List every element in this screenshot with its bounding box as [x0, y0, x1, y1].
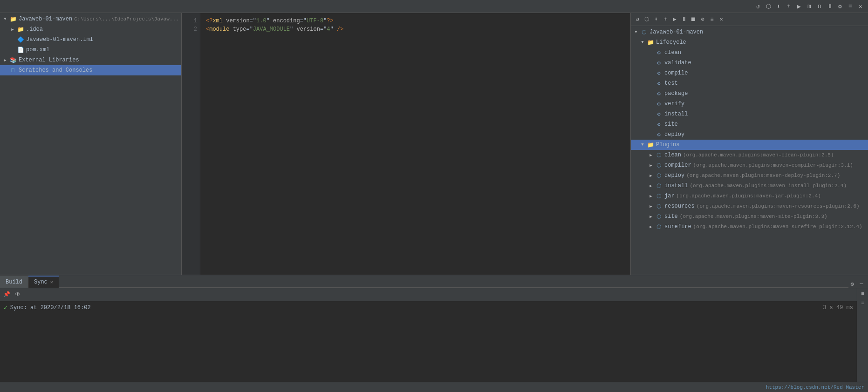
maven-plugin-deploy-detail: (org.apache.maven.plugins:maven-deploy-p…	[686, 173, 840, 178]
refresh-icon[interactable]: ↺	[754, 3, 762, 10]
status-url[interactable]: https://blog.csdn.net/Red_Master	[766, 385, 864, 390]
maven-plugin-jar-name: jar	[664, 193, 675, 199]
status-bar: https://blog.csdn.net/Red_Master	[0, 382, 868, 392]
tab-build[interactable]: Build	[0, 276, 28, 288]
maven-run-icon[interactable]: ▶	[671, 16, 678, 23]
maven-arrow-plugin-jar: ▶	[648, 193, 654, 199]
tab-spacer	[59, 287, 848, 288]
tree-item-scratches[interactable]: ▶ 🗒 Scratches and Consoles	[0, 65, 181, 75]
maven-item-deploy[interactable]: ▶ ⚙ deploy	[631, 129, 868, 140]
tree-item-idea[interactable]: ▶ 📁 .idea	[0, 24, 181, 34]
xml-punct-open: <?	[206, 18, 212, 24]
maven-plugin-jar-icon: ⬡	[655, 192, 663, 200]
maven-plugins-icon: 📁	[647, 141, 654, 149]
maven-item-compile[interactable]: ▶ ⚙ compile	[631, 68, 868, 78]
side-icon-1[interactable]: ≡	[859, 290, 867, 297]
xml-val-encoding: UTF-8	[307, 18, 323, 24]
debug-icon[interactable]: ⏸	[826, 3, 834, 10]
maven-item-package[interactable]: ▶ ⚙ package	[631, 88, 868, 99]
maven-plugin-clean-detail: (org.apache.maven.plugins:maven-clean-pl…	[683, 152, 834, 158]
maven-item-root[interactable]: ▼ ⬡ Javaweb-01-maven	[631, 27, 868, 37]
eye-icon[interactable]: 👁	[14, 291, 21, 298]
tree-item-javaweb[interactable]: ▼ 📁 Javaweb-01-maven C:\Users\...\IdeaPr…	[0, 14, 181, 24]
maven-item-plugin-surefire[interactable]: ▶ ⬡ surefire (org.apache.maven.plugins:m…	[631, 222, 868, 232]
maven-item-validate[interactable]: ▶ ⚙ validate	[631, 58, 868, 68]
maven-plugin-site-detail: (org.apache.maven.plugins:maven-site-plu…	[680, 214, 827, 219]
maven-download-icon[interactable]: ⬇	[652, 16, 660, 23]
maven-plugin-resources-icon: ⬡	[655, 203, 663, 210]
maven-item-plugin-jar[interactable]: ▶ ⬡ jar (org.apache.maven.plugins:maven-…	[631, 191, 868, 201]
tree-item-extlibs[interactable]: ▶ 📚 External Libraries	[0, 55, 181, 65]
maven-site-label: site	[664, 121, 678, 128]
top-toolbar: ↺ ⬡ ⬇ + ▶ m n ⏸ ⚙ ≡ ✕	[0, 0, 868, 13]
maven-test-icon: ⚙	[655, 80, 663, 87]
bottom-split: 📌 👁 ✓ Sync: at 2020/2/18 16:02 3 s 49 ms…	[0, 288, 868, 382]
maven-add-icon[interactable]: +	[662, 16, 669, 23]
xml-eq-8: "	[330, 26, 337, 33]
maven-collapse-icon[interactable]: ≡	[708, 16, 716, 23]
iml-icon: 🔷	[17, 36, 24, 43]
download-icon[interactable]: ⬇	[775, 3, 782, 10]
tree-path-javaweb: C:\Users\...\IdeaProjects\Javaw...	[74, 16, 178, 22]
stop-icon[interactable]: n	[816, 3, 823, 10]
maven-item-plugin-install[interactable]: ▶ ⬡ install (org.apache.maven.plugins:ma…	[631, 181, 868, 191]
bottom-panel: Build Sync ✕ ⚙ — 📌 👁 ✓ Sync: at 2020/2/1…	[0, 275, 868, 382]
maven-item-verify[interactable]: ▶ ⚙ verify	[631, 99, 868, 109]
arrow-idea: ▶	[9, 26, 16, 33]
settings-icon[interactable]: ⚙	[836, 3, 844, 10]
maven-verify-icon: ⚙	[655, 100, 663, 108]
tab-build-label: Build	[6, 279, 22, 285]
code-content[interactable]: <?xml version="1.0" encoding="UTF-8"?> <…	[200, 13, 630, 275]
maven-item-lifecycle[interactable]: ▼ 📁 Lifecycle	[631, 37, 868, 47]
add-icon[interactable]: +	[785, 3, 793, 10]
tab-sync-close[interactable]: ✕	[50, 279, 53, 285]
maven-item-plugin-deploy[interactable]: ▶ ⬡ deploy (org.apache.maven.plugins:mav…	[631, 170, 868, 181]
maven-deploy-label: deploy	[664, 131, 684, 138]
maven-tree: ▼ ⬡ Javaweb-01-maven ▼ 📁 Lifecycle ▶ ⚙ c…	[631, 26, 868, 275]
maven-root-label: Javaweb-01-maven	[649, 29, 703, 35]
maven-item-clean[interactable]: ▶ ⚙ clean	[631, 47, 868, 58]
maven-settings-icon[interactable]: ⚙	[699, 16, 706, 23]
xml-icon: 📄	[17, 46, 24, 54]
xml-self-close: />	[337, 26, 343, 33]
bottom-action-bar: 📌 👁	[0, 288, 857, 301]
xml-val-type: JAVA_MODULE	[253, 26, 290, 33]
maven-close-icon[interactable]: ✕	[718, 16, 725, 23]
maven-plugin-compiler-icon: ⬡	[655, 162, 663, 169]
maven-arrow-plugin-clean: ▶	[648, 152, 654, 158]
side-icon-2[interactable]: ≡	[859, 299, 867, 307]
maven-item-test[interactable]: ▶ ⚙ test	[631, 78, 868, 88]
maven-item-install[interactable]: ▶ ⚙ install	[631, 109, 868, 119]
xml-space-1	[229, 26, 232, 33]
libraries-icon: 📚	[9, 56, 17, 64]
maven-plugin-resources-detail: (org.apache.maven.plugins:maven-resource…	[697, 203, 860, 209]
maven-item-plugin-site[interactable]: ▶ ⬡ site (org.apache.maven.plugins:maven…	[631, 211, 868, 222]
maven-item-plugin-resources[interactable]: ▶ ⬡ resources (org.apache.maven.plugins:…	[631, 201, 868, 211]
close-toolbar-icon[interactable]: ✕	[857, 3, 864, 10]
maven-root-icon: ⬡	[640, 28, 648, 36]
settings-bottom-icon[interactable]: ⚙	[848, 280, 856, 288]
pin-icon[interactable]: 📌	[3, 291, 10, 298]
maven-stop-icon[interactable]: ⏹	[690, 16, 697, 23]
maven-icon[interactable]: ⬡	[765, 3, 772, 10]
run-icon[interactable]: ▶	[795, 3, 803, 10]
main-area: ▼ 📁 Javaweb-01-maven C:\Users\...\IdeaPr…	[0, 13, 868, 275]
sync-duration: 3 s 49 ms	[823, 304, 853, 311]
tree-item-pom[interactable]: ▶ 📄 pom.xml	[0, 45, 181, 55]
maven-hex-icon[interactable]: ⬡	[643, 16, 650, 23]
sidebar: ▼ 📁 Javaweb-01-maven C:\Users\...\IdeaPr…	[0, 13, 182, 275]
collapse-icon[interactable]: ≡	[847, 3, 854, 10]
maven-item-plugin-clean[interactable]: ▶ ⬡ clean (org.apache.maven.plugins:mave…	[631, 150, 868, 160]
folder-icon-javaweb: 📁	[9, 15, 17, 23]
maven-pause-icon[interactable]: ⏸	[680, 16, 688, 23]
minimize-bottom-icon[interactable]: —	[858, 280, 865, 288]
maven-arrow-plugin-deploy: ▶	[648, 172, 654, 179]
xml-attr-type: type	[233, 26, 246, 33]
tree-item-iml[interactable]: ▶ 🔷 Javaweb-01-maven.iml	[0, 34, 181, 45]
maven-refresh-icon[interactable]: ↺	[634, 16, 641, 23]
maven-item-plugin-compiler[interactable]: ▶ ⬡ compiler (org.apache.maven.plugins:m…	[631, 160, 868, 170]
tab-sync[interactable]: Sync ✕	[28, 276, 59, 288]
pause-icon[interactable]: m	[806, 3, 813, 10]
maven-item-site[interactable]: ▶ ⚙ site	[631, 119, 868, 129]
maven-item-plugins[interactable]: ▼ 📁 Plugins	[631, 140, 868, 150]
